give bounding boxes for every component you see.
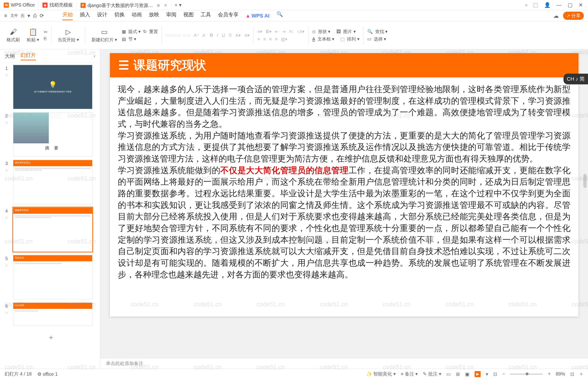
tab-wps-office[interactable]: W WPS Office: [0, 1, 39, 10]
zoom-slider[interactable]: [510, 374, 543, 375]
slide-thumb-4[interactable]: 课题研究现状 文本内容文本内容文本内容文本内容文本内容文本内容文本内容文本内容文…: [13, 207, 92, 252]
save-icon[interactable]: ⎘: [21, 13, 24, 19]
cloud-icon[interactable]: ☁: [553, 13, 559, 19]
maximize-icon[interactable]: ▢: [568, 2, 572, 8]
undo-icon[interactable]: ⟳: [40, 13, 44, 19]
underline-icon[interactable]: U: [222, 33, 225, 38]
search-icon[interactable]: 🔍: [276, 11, 283, 20]
align-left-icon[interactable]: ≡: [257, 37, 260, 42]
highlight-icon[interactable]: A▾: [245, 33, 250, 38]
close-icon[interactable]: ✕: [164, 3, 167, 8]
layout-label[interactable]: 版式 ▾: [128, 29, 141, 35]
star-icon[interactable]: ☆: [5, 73, 8, 78]
slides-tab[interactable]: 幻灯片: [20, 52, 36, 60]
comments-toggle[interactable]: ✎ 批注 ▾: [423, 371, 441, 377]
line-spacing-icon[interactable]: ≡↕: [289, 29, 294, 34]
close-tab-icon[interactable]: ⊗: [157, 3, 160, 8]
reading-view-icon[interactable]: ▣: [465, 371, 470, 377]
add-slide-button[interactable]: +: [2, 329, 100, 346]
font-select[interactable]: [166, 35, 180, 36]
paste-group[interactable]: 📋 粘贴 ▾: [24, 21, 42, 49]
print-icon[interactable]: ⎙: [33, 13, 36, 19]
add-tab-button[interactable]: + ▾: [171, 2, 185, 8]
bullets-icon[interactable]: ≡▾: [257, 29, 262, 34]
tab-transition[interactable]: 切换: [114, 11, 125, 20]
font-color-icon[interactable]: A▾: [235, 33, 241, 38]
tab-templates[interactable]: ◆ 找稻壳模板: [39, 1, 77, 10]
chevron-down-icon[interactable]: ▾: [28, 13, 30, 19]
fit-icon[interactable]: ⊡: [570, 371, 574, 377]
slide-thumb-3[interactable]: 项目研究的意义 文本内容文本内容文本内容文本内容文本内容文本内容文本内容文本内容…: [13, 160, 92, 204]
zoom-level[interactable]: 89%: [556, 371, 565, 377]
tab-tools[interactable]: 工具: [201, 11, 211, 20]
zoom-in-icon[interactable]: +: [548, 371, 551, 377]
tab-member[interactable]: 会员专享: [218, 11, 238, 20]
ime-badge[interactable]: CH ♪ 简: [564, 74, 588, 84]
zoom-out-icon[interactable]: −: [502, 371, 505, 377]
current-slide[interactable]: ☰ 课题研究现状 现今，越来越多的人乐于选择一项合适的管理方案，但是普通用户往往…: [110, 53, 578, 316]
grid-icon[interactable]: ⊡: [493, 371, 497, 377]
indent-left-icon[interactable]: ⇤: [275, 29, 279, 34]
beautify-button[interactable]: ✨ 智能美化 ▾: [366, 371, 396, 377]
minimize-icon[interactable]: —: [556, 2, 562, 8]
star-icon[interactable]: ☆: [5, 310, 8, 315]
bold-icon[interactable]: B: [210, 33, 213, 38]
indent-right-icon[interactable]: ⇥: [282, 29, 286, 34]
strike-icon[interactable]: S: [229, 33, 232, 38]
find-icon[interactable]: 🔍: [367, 29, 373, 34]
window-restore-icon[interactable]: ▫: [525, 2, 527, 8]
format-brush-group[interactable]: 🖌 格式刷: [4, 21, 22, 49]
cut-icon[interactable]: ✂: [44, 29, 48, 35]
decrease-font-icon[interactable]: A⁻: [202, 33, 208, 38]
vertical-scrollbar[interactable]: [583, 54, 587, 353]
file-menu[interactable]: 文件: [11, 13, 18, 18]
increase-font-icon[interactable]: A⁺: [194, 33, 199, 38]
new-slide-button[interactable]: ▭ 新建幻灯片 ▾: [89, 21, 119, 49]
slide-thumb-6[interactable]: 论文结构 文本内容文本内容文本内容文本内容文本内容: [13, 302, 92, 326]
slide-title[interactable]: 课题研究现状: [134, 57, 206, 73]
slide-body[interactable]: 现今，越来越多的人乐于选择一项合适的管理方案，但是普通用户往往受到管理经验地限制…: [110, 77, 578, 286]
tab-review[interactable]: 审阅: [166, 11, 176, 20]
arrange-icon[interactable]: ⬚: [340, 36, 345, 42]
italic-icon[interactable]: I: [217, 33, 218, 38]
align-right-icon[interactable]: ≡: [269, 37, 272, 42]
normal-view-icon[interactable]: ▭: [446, 371, 451, 377]
shape-icon[interactable]: ◇: [312, 29, 316, 34]
section-icon[interactable]: ▤: [122, 36, 126, 42]
copy-icon[interactable]: ⎘: [44, 36, 48, 41]
slideshow-icon[interactable]: ▶: [475, 371, 481, 377]
share-button[interactable]: ↗ 分享: [563, 12, 584, 20]
reset-icon[interactable]: ↻: [143, 29, 147, 34]
present-dropdown-icon[interactable]: ▾: [486, 371, 488, 377]
align-justify-icon[interactable]: ≡: [275, 37, 278, 42]
textbox-icon[interactable]: A̲: [312, 36, 315, 42]
tab-view[interactable]: 视图: [184, 11, 194, 20]
sorter-view-icon[interactable]: ⊞: [456, 371, 460, 377]
star-icon[interactable]: ☆: [5, 120, 8, 125]
collapse-panel-icon[interactable]: ‹: [94, 53, 95, 59]
avatar-icon[interactable]: 👤: [544, 2, 550, 8]
tab-document[interactable]: P django基于大数据的学习资源… ⊗ ✕: [77, 1, 171, 10]
layout-icon[interactable]: ▦: [122, 29, 126, 34]
tab-animation[interactable]: 动画: [132, 11, 142, 20]
notes-toggle[interactable]: ≡ 备注 ▾: [401, 371, 418, 377]
text-direction-icon[interactable]: ↕A▾: [297, 29, 304, 34]
cube-icon[interactable]: ⬚: [533, 2, 538, 8]
slide-canvas[interactable]: ☰ 课题研究现状 现今，越来越多的人乐于选择一项合适的管理方案，但是普通用户往往…: [100, 49, 588, 358]
columns-icon[interactable]: ▥▾: [281, 37, 287, 42]
tab-present[interactable]: 放映: [149, 11, 159, 20]
slide-thumb-1[interactable]: 💡基于大数据的学习资源推送系统的设计与实现: [13, 65, 92, 109]
numbering-icon[interactable]: ≣▾: [266, 29, 272, 34]
tab-home[interactable]: 开始: [63, 11, 73, 20]
star-icon[interactable]: ☆: [5, 263, 8, 268]
menu-icon[interactable]: ≡: [4, 13, 7, 19]
settings-icon[interactable]: ✧: [579, 371, 583, 377]
image-icon[interactable]: 🖼: [336, 29, 341, 34]
star-icon[interactable]: ☆: [5, 215, 8, 220]
tab-design[interactable]: 设计: [97, 11, 107, 20]
align-center-icon[interactable]: ≡: [263, 37, 266, 42]
outline-tab[interactable]: 大纲: [5, 53, 15, 60]
font-size-select[interactable]: [184, 35, 190, 36]
select-icon[interactable]: ▭: [367, 36, 371, 42]
slide-thumb-2[interactable]: ……………………………………………………………… 摘 要: [13, 112, 92, 157]
